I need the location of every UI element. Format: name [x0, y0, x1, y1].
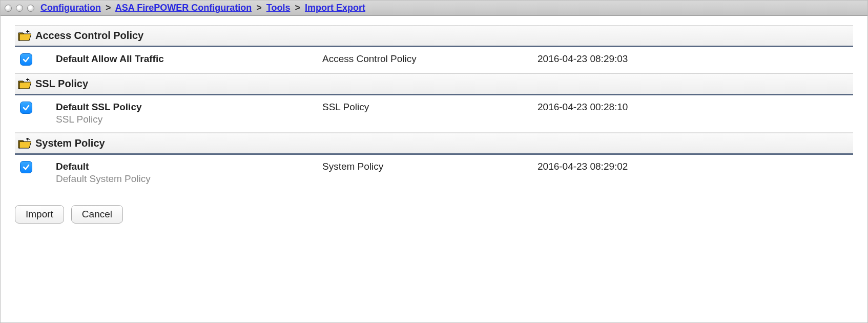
checkmark-icon — [22, 163, 30, 171]
button-row: Import Cancel — [15, 205, 853, 224]
minimize-window-icon[interactable] — [16, 5, 23, 12]
row-checkbox[interactable] — [20, 102, 32, 114]
row-subtitle: SSL Policy — [56, 114, 322, 125]
content-area: Access Control Policy Default Allow All … — [1, 16, 867, 224]
row-date: 2016-04-23 00:28:10 — [538, 102, 850, 113]
row-name: Default — [56, 161, 322, 172]
row-checkbox[interactable] — [20, 53, 32, 66]
titlebar: Configuration > ASA FirePOWER Configurat… — [1, 1, 867, 16]
breadcrumb-link-configuration[interactable]: Configuration — [40, 3, 101, 13]
table-row: Default Default System Policy System Pol… — [15, 155, 853, 192]
section-header-access-control: Access Control Policy — [15, 25, 853, 47]
folder-open-icon — [18, 138, 31, 149]
section-title: SSL Policy — [35, 78, 88, 90]
table-row: Default SSL Policy SSL Policy SSL Policy… — [15, 95, 853, 133]
row-type: Access Control Policy — [322, 53, 538, 65]
row-name: Default SSL Policy — [56, 102, 322, 113]
traffic-lights — [5, 5, 34, 12]
breadcrumb-sep: > — [106, 3, 111, 13]
checkmark-icon — [22, 55, 30, 64]
row-name: Default Allow All Traffic — [56, 53, 322, 65]
row-type: SSL Policy — [322, 102, 538, 113]
row-checkbox[interactable] — [20, 161, 32, 173]
breadcrumb-sep: > — [256, 3, 262, 13]
breadcrumb-link-asa-firepower[interactable]: ASA FirePOWER Configuration — [115, 3, 252, 13]
row-subtitle: Default System Policy — [56, 173, 322, 185]
cancel-button[interactable]: Cancel — [71, 205, 123, 224]
folder-open-icon — [18, 30, 31, 42]
section-title: Access Control Policy — [35, 30, 143, 42]
table-row: Default Allow All Traffic Access Control… — [15, 47, 853, 73]
close-window-icon[interactable] — [5, 5, 12, 12]
section-header-ssl: SSL Policy — [15, 73, 853, 95]
breadcrumb-sep: > — [295, 3, 300, 13]
import-button[interactable]: Import — [15, 205, 64, 224]
breadcrumb-link-import-export[interactable]: Import Export — [305, 3, 365, 13]
row-date: 2016-04-23 08:29:02 — [538, 161, 850, 172]
section-header-system: System Policy — [15, 133, 853, 155]
row-date: 2016-04-23 08:29:03 — [538, 53, 850, 65]
breadcrumb-link-tools[interactable]: Tools — [266, 3, 291, 13]
row-type: System Policy — [322, 161, 538, 172]
checkmark-icon — [22, 104, 30, 112]
section-title: System Policy — [35, 137, 105, 149]
folder-open-icon — [18, 78, 31, 90]
app-window: Configuration > ASA FirePOWER Configurat… — [0, 0, 868, 323]
breadcrumb: Configuration > ASA FirePOWER Configurat… — [40, 3, 365, 13]
zoom-window-icon[interactable] — [27, 5, 34, 12]
